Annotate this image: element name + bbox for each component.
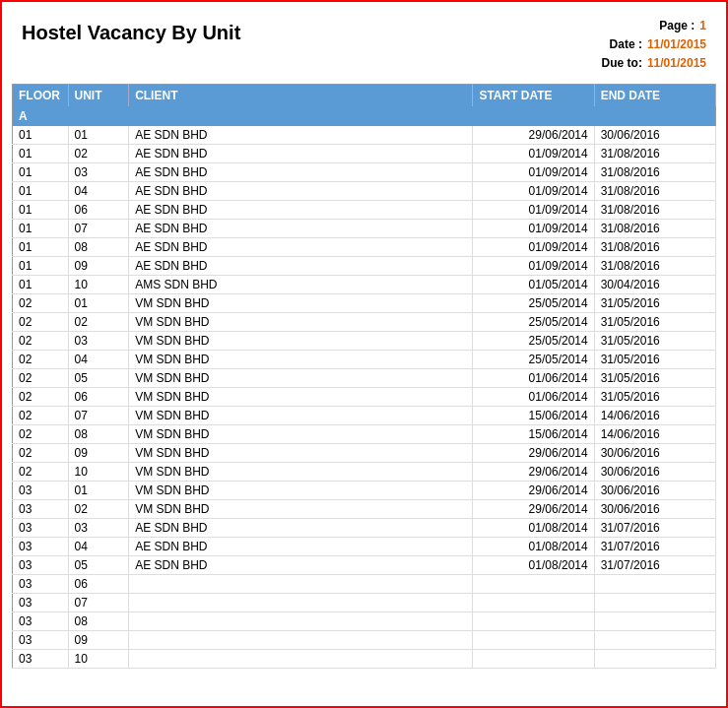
page-row: Page : 1 [602,17,706,35]
cell-start-date: 01/05/2014 [473,275,594,293]
date-label: Date : [610,35,642,54]
cell-client: AE SDN BHD [129,518,473,537]
cell-start-date: 01/09/2014 [473,144,594,162]
cell-start-date: 25/05/2014 [473,312,594,331]
table-row: 0308 [13,611,716,630]
cell-floor: 02 [13,406,69,424]
table-row: 0207VM SDN BHD15/06/201414/06/2016 [13,406,716,424]
cell-start-date: 29/06/2014 [473,462,594,481]
due-row: Due to: 11/01/2015 [602,54,706,73]
cell-client: AE SDN BHD [129,256,473,275]
date-value: 11/01/2015 [647,35,706,54]
cell-floor: 01 [13,256,69,275]
cell-start-date: 01/08/2014 [473,518,594,537]
main-table: FLOOR UNIT CLIENT START DATE END DATE A0… [12,84,716,669]
cell-client: VM SDN BHD [129,293,473,312]
cell-unit: 03 [68,331,129,350]
col-header-floor: FLOOR [13,84,69,106]
table-row: 0202VM SDN BHD25/05/201431/05/2016 [13,312,716,331]
table-row: 0101AE SDN BHD29/06/201430/06/2016 [13,126,716,145]
cell-unit: 04 [68,350,129,368]
cell-client: AE SDN BHD [129,126,473,145]
table-row: 0304AE SDN BHD01/08/201431/07/2016 [13,537,716,555]
cell-end-date: 31/05/2016 [594,312,715,331]
cell-client [129,630,473,649]
cell-unit: 10 [68,649,129,668]
cell-floor: 01 [13,237,69,256]
cell-floor: 01 [13,181,69,200]
cell-floor: 03 [13,574,69,593]
cell-unit: 10 [68,462,129,481]
table-row: 0303AE SDN BHD01/08/201431/07/2016 [13,518,716,537]
table-row: 0205VM SDN BHD01/06/201431/05/2016 [13,368,716,387]
cell-end-date: 31/08/2016 [594,181,715,200]
cell-floor: 01 [13,162,69,181]
cell-end-date: 31/08/2016 [594,200,715,219]
cell-client: VM SDN BHD [129,368,473,387]
cell-end-date [594,611,715,630]
table-row: 0201VM SDN BHD25/05/201431/05/2016 [13,293,716,312]
cell-start-date [473,611,594,630]
table-row: 0305AE SDN BHD01/08/201431/07/2016 [13,555,716,574]
table-row: 0104AE SDN BHD01/09/201431/08/2016 [13,181,716,200]
cell-end-date: 31/05/2016 [594,331,715,350]
cell-client [129,574,473,593]
cell-end-date: 31/08/2016 [594,162,715,181]
cell-start-date: 25/05/2014 [473,350,594,368]
cell-start-date: 01/08/2014 [473,537,594,555]
cell-unit: 09 [68,630,129,649]
cell-floor: 03 [13,518,69,537]
table-header-row: FLOOR UNIT CLIENT START DATE END DATE [13,84,716,106]
table-row: 0103AE SDN BHD01/09/201431/08/2016 [13,162,716,181]
cell-start-date: 01/09/2014 [473,162,594,181]
cell-unit: 01 [68,481,129,499]
cell-client: VM SDN BHD [129,462,473,481]
cell-client: VM SDN BHD [129,331,473,350]
col-header-end: END DATE [594,84,715,106]
cell-end-date: 31/05/2016 [594,350,715,368]
cell-floor: 01 [13,275,69,293]
cell-floor: 01 [13,126,69,145]
cell-unit: 01 [68,126,129,145]
cell-client: AE SDN BHD [129,237,473,256]
cell-floor: 03 [13,555,69,574]
cell-unit: 09 [68,443,129,462]
cell-end-date: 31/07/2016 [594,537,715,555]
table-row: 0310 [13,649,716,668]
cell-end-date: 30/04/2016 [594,275,715,293]
table-row: 0302VM SDN BHD29/06/201430/06/2016 [13,499,716,518]
cell-start-date: 01/09/2014 [473,181,594,200]
cell-start-date: 01/09/2014 [473,200,594,219]
cell-client: VM SDN BHD [129,424,473,443]
table-row: 0306 [13,574,716,593]
cell-floor: 01 [13,219,69,237]
cell-end-date: 31/08/2016 [594,237,715,256]
table-row: 0107AE SDN BHD01/09/201431/08/2016 [13,219,716,237]
cell-unit: 03 [68,518,129,537]
table-row: 0102AE SDN BHD01/09/201431/08/2016 [13,144,716,162]
cell-start-date [473,574,594,593]
cell-client [129,649,473,668]
cell-start-date: 15/06/2014 [473,406,594,424]
cell-floor: 02 [13,368,69,387]
table-row: 0209VM SDN BHD29/06/201430/06/2016 [13,443,716,462]
cell-start-date [473,593,594,611]
cell-end-date: 31/07/2016 [594,555,715,574]
cell-unit: 02 [68,144,129,162]
table-row: 0109AE SDN BHD01/09/201431/08/2016 [13,256,716,275]
cell-unit: 02 [68,499,129,518]
cell-floor: 03 [13,499,69,518]
cell-end-date [594,593,715,611]
cell-end-date: 31/07/2016 [594,518,715,537]
section-row: A [13,106,716,126]
due-label: Due to: [602,54,642,73]
cell-end-date [594,630,715,649]
table-row: 0106AE SDN BHD01/09/201431/08/2016 [13,200,716,219]
header-info: Page : 1 Date : 11/01/2015 Due to: 11/01… [602,12,716,74]
cell-floor: 02 [13,312,69,331]
cell-unit: 02 [68,312,129,331]
cell-floor: 02 [13,424,69,443]
cell-end-date: 31/05/2016 [594,368,715,387]
cell-client: VM SDN BHD [129,499,473,518]
cell-floor: 02 [13,443,69,462]
